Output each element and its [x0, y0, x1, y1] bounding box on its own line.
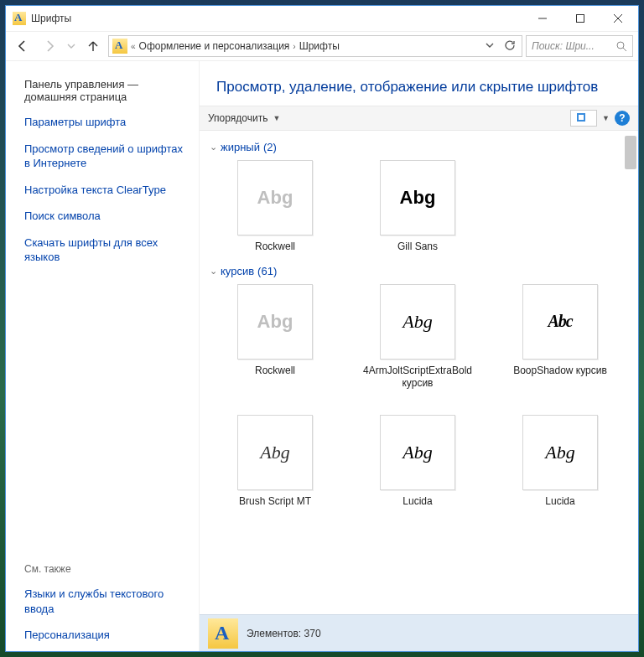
font-item[interactable]: Abg Brush Script MT: [216, 415, 334, 508]
scrollbar[interactable]: [625, 136, 636, 169]
font-item[interactable]: Abg Rockwell: [216, 160, 334, 253]
group-count: (61): [257, 265, 277, 277]
font-grid-italic: Abg Rockwell Abg 4ArmJoltScriptExtraBold…: [210, 284, 633, 508]
font-name: Lucida: [402, 495, 432, 508]
sidebar-link-download-fonts[interactable]: Скачать шрифты для всех языков: [24, 235, 189, 265]
body: Панель управления — домашняя страница Па…: [6, 61, 638, 651]
statusbar: Элементов: 370: [200, 614, 638, 651]
font-item[interactable]: Abg 4ArmJoltScriptExtraBold курсив: [359, 284, 476, 390]
navbar: « Оформление и персонализация › Шрифты П…: [6, 31, 638, 61]
search-placeholder: Поиск: Шри...: [532, 40, 613, 52]
sidebar-link-font-settings[interactable]: Параметры шрифта: [24, 115, 189, 130]
font-item[interactable]: Abg Lucida: [501, 415, 619, 508]
address-dropdown[interactable]: [481, 40, 498, 52]
svg-rect-7: [579, 115, 584, 120]
content-area: ⌄ жирный (2) Abg Rockwell Abg Gill Sans …: [200, 131, 638, 614]
font-name: 4ArmJoltScriptExtraBold курсив: [360, 365, 475, 390]
font-item[interactable]: Abg Gill Sans: [359, 160, 476, 253]
maximize-button[interactable]: [561, 7, 599, 30]
font-preview: Abg: [380, 160, 455, 235]
chevron-down-icon: ⌄: [210, 142, 217, 153]
group-label: курсив: [221, 265, 254, 277]
control-panel-home-link[interactable]: Панель управления — домашняя страница: [24, 78, 189, 103]
help-button[interactable]: ?: [615, 111, 630, 126]
font-preview: Abg: [522, 415, 598, 490]
search-icon: [616, 41, 627, 52]
chevron-down-icon[interactable]: ▼: [602, 114, 610, 122]
organize-button[interactable]: Упорядочить: [208, 112, 267, 124]
fonts-folder-icon: [208, 618, 238, 649]
window: Шрифты « Оформление и: [5, 5, 639, 652]
sidebar-link-personalization[interactable]: Персонализация: [24, 628, 189, 643]
group-count: (2): [263, 141, 277, 153]
chevron-right-icon: ›: [293, 42, 295, 51]
view-button[interactable]: [570, 110, 597, 127]
svg-point-4: [617, 42, 624, 49]
font-name: Rockwell: [255, 241, 295, 253]
breadcrumb-current[interactable]: Шрифты: [299, 40, 340, 52]
font-item[interactable]: Abg Lucida: [359, 415, 476, 508]
breadcrumb-sep-icon: «: [131, 42, 136, 51]
font-name: Gill Sans: [397, 241, 438, 253]
see-also-heading: См. также: [24, 563, 189, 575]
font-preview: Abc: [522, 284, 598, 360]
forward-button[interactable]: [38, 34, 61, 58]
fonts-folder-icon: [112, 39, 127, 54]
font-name: Brush Script MT: [239, 495, 311, 508]
font-item[interactable]: Abg Rockwell: [216, 284, 334, 390]
status-text: Элементов: 370: [247, 628, 321, 639]
breadcrumb-parent[interactable]: Оформление и персонализация: [139, 40, 290, 52]
chevron-down-icon: ▼: [273, 114, 280, 122]
page-title: Просмотр, удаление, отображение или скры…: [200, 61, 638, 106]
font-item[interactable]: Abc BoopShadow курсив: [501, 284, 619, 390]
sidebar-link-char-map[interactable]: Поиск символа: [24, 209, 189, 224]
font-grid-bold: Abg Rockwell Abg Gill Sans: [210, 160, 633, 253]
svg-rect-1: [576, 15, 584, 23]
font-preview: Abg: [237, 415, 313, 490]
group-header-bold[interactable]: ⌄ жирный (2): [210, 136, 633, 160]
sidebar: Панель управления — домашняя страница Па…: [6, 61, 199, 651]
window-title: Шрифты: [31, 13, 523, 24]
search-input[interactable]: Поиск: Шри...: [526, 35, 633, 57]
up-button[interactable]: [81, 34, 105, 58]
svg-line-5: [623, 48, 626, 51]
font-preview: Abg: [237, 160, 313, 235]
refresh-button[interactable]: [501, 39, 518, 54]
font-name: BoopShadow курсив: [513, 365, 607, 377]
sidebar-link-cleartype[interactable]: Настройка текста ClearType: [24, 183, 189, 198]
close-button[interactable]: [599, 7, 636, 30]
font-preview: Abg: [237, 284, 313, 360]
toolbar: Упорядочить ▼ ▼ ?: [200, 106, 638, 131]
recent-dropdown[interactable]: [65, 34, 78, 58]
sidebar-link-font-info-online[interactable]: Просмотр сведений о шрифтах в Интернете: [24, 142, 189, 171]
font-preview: Abg: [380, 415, 455, 490]
group-label: жирный: [221, 141, 260, 153]
window-controls: [523, 7, 636, 30]
back-button[interactable]: [11, 34, 34, 58]
minimize-button[interactable]: [523, 7, 561, 30]
sidebar-link-text-services[interactable]: Языки и службы текстового ввода: [24, 587, 189, 616]
font-name: Rockwell: [255, 365, 295, 377]
group-header-italic[interactable]: ⌄ курсив (61): [210, 260, 633, 284]
font-preview: Abg: [380, 284, 455, 360]
font-name: Lucida: [545, 495, 574, 508]
chevron-down-icon: ⌄: [210, 266, 217, 277]
address-bar[interactable]: « Оформление и персонализация › Шрифты: [108, 35, 522, 57]
fonts-folder-icon: [13, 12, 26, 25]
titlebar: Шрифты: [6, 6, 638, 31]
main: Просмотр, удаление, отображение или скры…: [199, 61, 638, 651]
